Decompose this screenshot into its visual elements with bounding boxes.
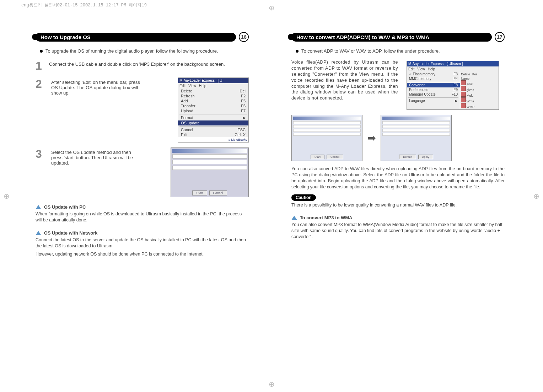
arrow-right-icon: ➡	[367, 132, 376, 144]
dialog-field	[172, 154, 247, 159]
step-2: 2 After selecting 'Edit' on the menu bar…	[36, 77, 249, 143]
column-header-name: Name	[461, 77, 498, 80]
right-page: How to convert ADP(ADPCM) to WAV & MP3 t…	[291, 32, 505, 257]
caution-body: There is a possibility to be lower quali…	[291, 202, 505, 208]
body-mp3-to-wma: You can also convert MP3 format to WMA(W…	[291, 222, 505, 240]
step-number: 3	[36, 147, 45, 161]
file-icon	[461, 80, 466, 85]
dialog-field	[293, 133, 361, 136]
step-text: Select the OS update method and then pre…	[51, 147, 144, 166]
view-menu-screenshot: M-AnyLoader Express - [ Ultrasm ] Edit V…	[407, 61, 499, 110]
step-number: 2	[36, 77, 45, 91]
file-row: Multi	[461, 92, 498, 97]
para-convert-direct: You can also convert ADP to WAV files di…	[291, 166, 505, 190]
registration-mark-top: ⊕	[269, 4, 275, 12]
subhead-os-update-pc: OS Update with PC	[36, 204, 249, 210]
converter-dialog-left: Start Cancel	[291, 115, 362, 161]
dialog-field	[172, 160, 247, 164]
menu-item-mmc-memory[interactable]: MMC memoryF4	[407, 76, 460, 81]
file-icon	[461, 86, 466, 91]
menu-item-cancel[interactable]: CancelESC	[178, 127, 248, 132]
caption-ebooks: a Ms eBooks	[178, 137, 248, 142]
menu-view[interactable]: View	[188, 84, 196, 88]
menu-item-transfer[interactable]: TransferF6	[178, 103, 248, 108]
file-icon	[461, 97, 466, 102]
file-row: anist	[461, 80, 498, 86]
subhead-os-update-network: OS Update with Network	[36, 230, 249, 236]
triangle-icon	[291, 216, 297, 220]
page-number-right: 17	[495, 32, 505, 42]
dialog-titlebar	[293, 117, 361, 120]
menu-edit[interactable]: Edit	[179, 84, 186, 88]
section-title-left: How to Upgrade OS	[36, 33, 236, 42]
dialog-field	[172, 166, 247, 170]
page-spread: How to Upgrade OS 16 To upgrade the OS o…	[0, 32, 543, 257]
triangle-icon	[36, 231, 41, 235]
window-titlebar: M-AnyLoader Express - [ Ultrasm ]	[407, 61, 499, 66]
lead-text: To convert ADP to WAV or WAV to ADP, fol…	[301, 48, 440, 54]
menu-separator	[179, 114, 247, 114]
file-icon	[461, 92, 466, 97]
converter-dialogs-row: Start Cancel ➡ Default Apply	[291, 115, 505, 161]
lead-paragraph-left: To upgrade the OS of running the digital…	[40, 48, 249, 54]
converter-dialog-right: Default Apply	[381, 115, 452, 161]
para-with-screenshot: Voice files(ADP) recorded by Ultrasm can…	[291, 59, 505, 110]
menu-item-preferences[interactable]: PreferencesF9	[407, 87, 460, 92]
caution-label: Caution	[291, 194, 316, 201]
menu-item-add[interactable]: AddF5	[178, 98, 248, 103]
step-number: 1	[36, 59, 45, 73]
menu-item-flash-memory[interactable]: ✓ Flash memoryF3	[407, 72, 460, 76]
menu-item-converter[interactable]: ConverterF8	[407, 83, 460, 87]
menu-item-manager-update[interactable]: Manager UpdateF10	[407, 92, 460, 97]
dialog-field	[293, 129, 361, 132]
default-button[interactable]: Default	[399, 155, 416, 159]
print-slug: eng용드리 설명서02-01-15 2002.1.15 12:17 PM 페이…	[21, 2, 147, 8]
menu-item-os-update[interactable]: OS update	[178, 120, 248, 125]
menu-separator	[408, 97, 458, 98]
menu-item-format[interactable]: Format▶	[178, 115, 248, 120]
left-page: How to Upgrade OS 16 To upgrade the OS o…	[36, 32, 249, 257]
toolbar-icons: Delete For	[461, 73, 498, 76]
registration-mark-bottom: ⊕	[269, 380, 275, 388]
menu-edit[interactable]: Edit	[408, 67, 414, 71]
cancel-button[interactable]: Cancel	[209, 190, 227, 195]
menubar: Edit View Help	[178, 83, 248, 88]
para-voice-files: Voice files(ADP) recorded by Ultrasm can…	[291, 59, 398, 101]
cancel-button[interactable]: Cancel	[327, 155, 343, 159]
bullet-icon	[296, 50, 299, 53]
start-button[interactable]: Start	[311, 155, 324, 159]
dialog-field	[382, 121, 450, 124]
step-1: 1 Connect the USB cable and double click…	[36, 59, 249, 73]
dialog-titlebar	[382, 117, 450, 120]
bullet-icon	[40, 50, 43, 53]
menu-item-refresh[interactable]: RefreshF2	[178, 93, 248, 98]
dialog-field	[293, 121, 361, 124]
menu-separator	[408, 82, 458, 82]
file-row: gives	[461, 86, 498, 92]
start-button[interactable]: Start	[192, 190, 207, 195]
step-text: After selecting 'Edit' on the menu bar, …	[51, 77, 144, 96]
format-icon-label: For	[472, 73, 477, 76]
dialog-field	[382, 125, 450, 128]
menu-item-exit[interactable]: ExitCtrl+X	[178, 132, 248, 137]
menu-item-delete[interactable]: DeleteDel	[178, 88, 248, 93]
menu-view[interactable]: View	[417, 67, 425, 71]
lead-paragraph-right: To convert ADP to WAV or WAV to ADP, fol…	[296, 48, 505, 54]
body-os-update-pc: When formatting is going on while OS is …	[36, 211, 249, 223]
apply-button[interactable]: Apply	[418, 155, 433, 159]
file-row: WMP	[461, 103, 498, 109]
dialog-field	[293, 125, 361, 128]
menu-help[interactable]: Help	[199, 84, 206, 88]
subhead-mp3-to-wma: To convert MP3 to WMA	[291, 215, 505, 220]
menu-item-language[interactable]: Language▶	[407, 98, 460, 103]
edit-menu-screenshot: M-AnyLoader Express - [ U Edit View Help…	[178, 77, 249, 143]
file-icon	[461, 103, 466, 108]
menubar: Edit View Help	[407, 66, 499, 72]
lead-text: To upgrade the OS of running the digital…	[45, 48, 218, 54]
menu-item-upload[interactable]: UploadF7	[178, 108, 248, 113]
os-update-dialog-screenshot: Start Cancel	[171, 147, 249, 197]
dialog-field	[382, 129, 450, 132]
file-row: Wma	[461, 97, 498, 103]
body-os-update-network-2: However, updating network OS should be d…	[36, 251, 249, 257]
menu-help[interactable]: Help	[428, 67, 435, 71]
